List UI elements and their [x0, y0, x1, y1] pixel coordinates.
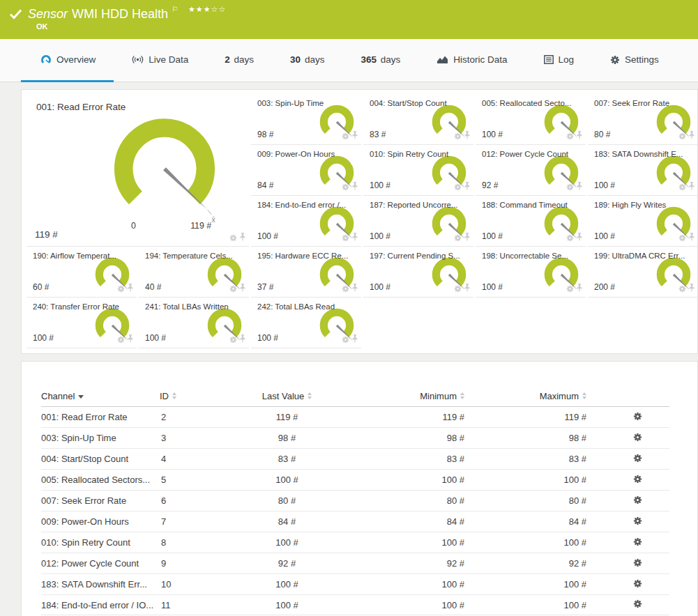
gauge-pin-icon[interactable]: [688, 283, 695, 295]
gauge-cell[interactable]: 197: Current Pending S... 100 #: [363, 247, 473, 298]
gauge-cell[interactable]: 242: Total LBAs Read 100 #: [251, 298, 361, 348]
channel-settings-gear-icon[interactable]: [606, 433, 669, 444]
gauge-pin-icon[interactable]: [351, 283, 358, 295]
gauge-cell[interactable]: 012: Power Cycle Count 92 #: [476, 145, 586, 196]
gauge-settings-gear-icon[interactable]: [678, 181, 686, 194]
gauge-cell[interactable]: 199: UltraDMA CRC Err... 200 #: [588, 247, 698, 298]
gauge-settings-gear-icon[interactable]: [566, 181, 574, 194]
gauge-cell[interactable]: 188: Command Timeout 100 #: [476, 196, 586, 247]
table-row[interactable]: 184: End-to-End error / IO...11100 #100 …: [41, 594, 669, 615]
gauge-settings-gear-icon[interactable]: [342, 232, 349, 245]
gauge-cell[interactable]: 004: Start/Stop Count 83 #: [363, 94, 473, 145]
channel-settings-gear-icon[interactable]: [606, 579, 669, 590]
gauge-settings-gear-icon[interactable]: [117, 334, 125, 346]
gauge-cell[interactable]: 190: Airflow Temperat... 60 #: [26, 247, 137, 298]
gauge-pin-icon[interactable]: [464, 130, 471, 143]
channel-settings-gear-icon[interactable]: [606, 454, 669, 465]
gauge-cell[interactable]: 189: High Fly Writes 100 #: [588, 196, 698, 247]
gauge-pin-icon[interactable]: [688, 232, 695, 245]
gauge-cell[interactable]: 010: Spin Retry Count 100 #: [363, 145, 473, 196]
gauge-pin-icon[interactable]: [464, 232, 471, 245]
column-header-maximum[interactable]: Maximum: [484, 391, 606, 401]
tab-live-data[interactable]: Live Data: [114, 39, 206, 82]
cell-channel[interactable]: 004: Start/Stop Count: [41, 454, 160, 464]
channel-settings-gear-icon[interactable]: [606, 495, 669, 507]
tab-historic-data[interactable]: Historic Data: [418, 39, 525, 82]
gauge-cell[interactable]: 198: Uncorrectable Se... 100 #: [476, 247, 586, 298]
gauge-pin-icon[interactable]: [239, 232, 246, 245]
channel-settings-gear-icon[interactable]: [606, 475, 669, 486]
gauge-pin-icon[interactable]: [688, 181, 695, 194]
table-row[interactable]: 005: Reallocated Sectors...5100 #100 #10…: [41, 469, 669, 490]
gauge-settings-gear-icon[interactable]: [342, 130, 349, 143]
gauge-cell[interactable]: 003: Spin-Up Time 98 #: [251, 94, 361, 145]
gauge-pin-icon[interactable]: [239, 283, 246, 295]
tab-log[interactable]: Log: [526, 39, 593, 82]
gauge-settings-gear-icon[interactable]: [454, 232, 462, 245]
gauge-cell[interactable]: 007: Seek Error Rate 80 #: [588, 94, 698, 145]
gauge-pin-icon[interactable]: [127, 283, 134, 295]
gauge-settings-gear-icon[interactable]: [454, 130, 462, 143]
gauge-cell[interactable]: 005: Reallocated Secto... 100 #: [476, 94, 586, 145]
gauge-cell[interactable]: 241: Total LBAs Written 100 #: [139, 298, 249, 348]
column-header-minimum[interactable]: Minimum: [348, 391, 484, 401]
cell-channel[interactable]: 009: Power-On Hours: [41, 516, 160, 527]
gauge-settings-gear-icon[interactable]: [229, 334, 237, 346]
gauge-settings-gear-icon[interactable]: [678, 130, 686, 143]
column-header-channel[interactable]: Channel: [41, 391, 160, 401]
gauge-settings-gear-icon[interactable]: [678, 232, 686, 245]
gauge-pin-icon[interactable]: [351, 232, 358, 245]
gauge-cell-primary[interactable]: 001: Read Error Rate x̄ 0 119 # 119 #: [26, 94, 249, 247]
gauge-settings-gear-icon[interactable]: [229, 232, 237, 245]
gauge-settings-gear-icon[interactable]: [566, 283, 574, 295]
table-row[interactable]: 010: Spin Retry Count8100 #100 #100 #: [41, 532, 669, 553]
tab-overview[interactable]: Overview: [21, 39, 114, 82]
gauge-cell[interactable]: 009: Power-On Hours 84 #: [251, 145, 361, 196]
gauge-pin-icon[interactable]: [239, 334, 246, 346]
table-row[interactable]: 003: Spin-Up Time398 #98 #98 #: [41, 427, 669, 448]
priority-stars[interactable]: ★★★☆☆: [188, 5, 226, 14]
channel-settings-gear-icon[interactable]: [606, 412, 669, 423]
table-row[interactable]: 012: Power Cycle Count992 #92 #92 #: [41, 553, 669, 573]
channel-settings-gear-icon[interactable]: [606, 599, 669, 610]
channel-settings-gear-icon[interactable]: [606, 516, 669, 528]
gauge-pin-icon[interactable]: [576, 130, 583, 143]
gauge-cell[interactable]: 184: End-to-End error /... 100 #: [251, 196, 361, 247]
gauge-pin-icon[interactable]: [576, 181, 583, 194]
gauge-pin-icon[interactable]: [351, 181, 358, 194]
cell-channel[interactable]: 007: Seek Error Rate: [41, 495, 160, 506]
tab-30-days[interactable]: 30 days: [272, 39, 342, 82]
gauge-pin-icon[interactable]: [576, 232, 583, 245]
gauge-pin-icon[interactable]: [688, 130, 695, 143]
channel-settings-gear-icon[interactable]: [606, 537, 669, 548]
flag-icon[interactable]: ⚐: [172, 5, 179, 14]
gauge-settings-gear-icon[interactable]: [678, 283, 686, 295]
gauge-pin-icon[interactable]: [127, 334, 134, 346]
gauge-cell[interactable]: 194: Temperature Cels... 40 #: [139, 247, 249, 298]
cell-channel[interactable]: 010: Spin Retry Count: [41, 537, 160, 548]
gauge-settings-gear-icon[interactable]: [342, 181, 349, 194]
cell-channel[interactable]: 005: Reallocated Sectors...: [41, 475, 160, 485]
cell-channel[interactable]: 183: SATA Downshift Err...: [41, 579, 160, 590]
cell-channel[interactable]: 012: Power Cycle Count: [41, 558, 160, 569]
gauge-settings-gear-icon[interactable]: [117, 283, 125, 295]
gauge-cell[interactable]: 240: Transfer Error Rate 100 #: [26, 298, 137, 348]
gauge-cell[interactable]: 183: SATA Downshift E... 100 #: [588, 145, 698, 196]
gauge-pin-icon[interactable]: [464, 181, 471, 194]
tab-365-days[interactable]: 365 days: [342, 39, 418, 82]
column-header-last-value[interactable]: Last Value: [226, 391, 348, 401]
cell-channel[interactable]: 003: Spin-Up Time: [41, 433, 160, 443]
gauge-cell[interactable]: 187: Reported Uncorre... 100 #: [363, 196, 473, 247]
gauge-pin-icon[interactable]: [351, 130, 358, 143]
table-row[interactable]: 009: Power-On Hours784 #84 #84 #: [41, 511, 669, 532]
table-row[interactable]: 004: Start/Stop Count483 #83 #83 #: [41, 448, 669, 469]
gauge-settings-gear-icon[interactable]: [342, 334, 349, 346]
channel-settings-gear-icon[interactable]: [606, 558, 669, 569]
table-row[interactable]: 183: SATA Downshift Err...10100 #100 #10…: [41, 573, 669, 594]
cell-channel[interactable]: 001: Read Error Rate: [41, 412, 160, 422]
gauge-cell[interactable]: 195: Hardware ECC Re... 37 #: [251, 247, 361, 298]
table-row[interactable]: 001: Read Error Rate2119 #119 #119 #: [41, 406, 669, 427]
column-header-id[interactable]: ID: [160, 391, 226, 401]
gauge-settings-gear-icon[interactable]: [454, 283, 462, 295]
gauge-settings-gear-icon[interactable]: [566, 130, 574, 143]
